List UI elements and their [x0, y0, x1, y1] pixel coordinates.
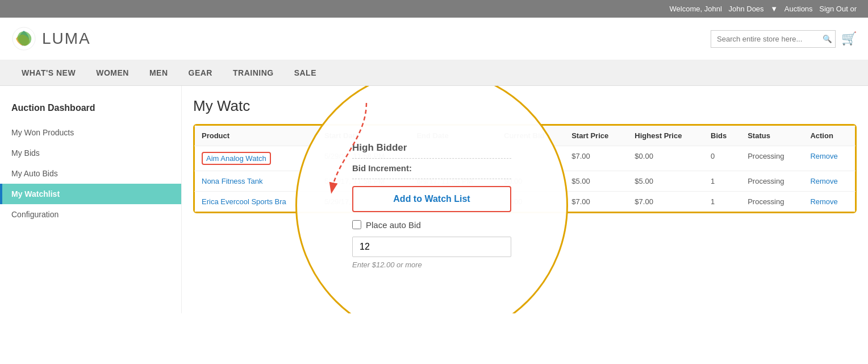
- bid-hint: Enter $12.00 or more: [352, 260, 511, 269]
- current-bid-1: $0.00: [497, 171, 565, 192]
- end-date-1: 6/9/17, 11:58 PM: [410, 171, 497, 192]
- col-product: Product: [195, 126, 318, 146]
- end-date-2: 6/8/17, 11:58 PM: [410, 192, 497, 212]
- highest-price-0: $0.00: [628, 146, 704, 171]
- chevron-down-icon: ▼: [770, 5, 778, 13]
- bid-input[interactable]: [352, 237, 511, 257]
- col-bids: Bids: [704, 126, 741, 146]
- start-price-1: $5.00: [565, 171, 628, 192]
- user-dropdown[interactable]: John Does: [728, 5, 763, 13]
- end-date-0: [410, 146, 497, 171]
- signout-link[interactable]: Sign Out or: [819, 5, 857, 13]
- search-input[interactable]: [711, 30, 836, 48]
- status-1: Processing: [741, 171, 803, 192]
- highest-price-1: $5.00: [628, 171, 704, 192]
- logo-area: LUMA: [11, 26, 91, 51]
- nav-item-gear[interactable]: Gear: [178, 60, 223, 85]
- col-current-bid: Current Bid: [497, 126, 565, 146]
- nav-bar: What's New Women Men Gear Training Sale: [0, 60, 868, 86]
- sidebar-item-configuration[interactable]: Configuration: [0, 204, 181, 225]
- sidebar-item-watchlist[interactable]: My Watchlist: [0, 184, 181, 204]
- highest-price-2: $7.00: [628, 192, 704, 212]
- sidebar-item-bids[interactable]: My Bids: [0, 143, 181, 163]
- nav-item-women[interactable]: Women: [86, 60, 139, 85]
- remove-1[interactable]: Remove: [810, 177, 837, 185]
- table-wrapper: Product Start Date End Date Current Bid …: [193, 124, 857, 213]
- start-date-2: 5/29/17, 11:58 PM: [318, 192, 410, 212]
- table-row: Erica Evercool Sports Bra 5/29/17, 11:58…: [195, 192, 856, 212]
- current-bid-0: [497, 146, 565, 171]
- bids-0: 0: [704, 146, 741, 171]
- logo-text: LUMA: [42, 30, 91, 48]
- product-link-0[interactable]: Aim Analog Watch: [202, 152, 271, 165]
- nav-item-sale[interactable]: Sale: [284, 60, 327, 85]
- col-status: Status: [741, 126, 803, 146]
- remove-0[interactable]: Remove: [810, 152, 837, 160]
- header: LUMA 🔍 🛒: [0, 18, 868, 60]
- sidebar-item-auto-bids[interactable]: My Auto Bids: [0, 163, 181, 184]
- col-start-price: Start Price: [565, 126, 628, 146]
- content-area: My Watc Product Start Date End Date Curr…: [182, 86, 868, 313]
- sidebar-title: Auction Dashboard: [0, 97, 181, 122]
- search-wrapper: 🔍: [711, 30, 836, 48]
- nav-item-training[interactable]: Training: [223, 60, 284, 85]
- table-row: Aim Analog Watch 5/29/17, 11:58 PM $7.00…: [195, 146, 856, 171]
- col-start-date: Start Date: [318, 126, 410, 146]
- status-0: Processing: [741, 146, 803, 171]
- col-highest-price: Highest Price: [628, 126, 704, 146]
- table-row: Nona Fitness Tank 5/29/17, 11:58 PM 6/9/…: [195, 171, 856, 192]
- col-action: Action: [803, 126, 855, 146]
- welcome-text: Welcome, Johnl: [670, 5, 722, 13]
- watch-table: Product Start Date End Date Current Bid …: [194, 125, 856, 212]
- remove-2[interactable]: Remove: [810, 197, 837, 206]
- start-price-0: $7.00: [565, 146, 628, 171]
- auto-bid-label: Place auto Bid: [366, 220, 421, 230]
- current-bid-2: $0.00: [497, 192, 565, 212]
- sidebar: Auction Dashboard My Won Products My Bid…: [0, 86, 182, 313]
- header-right: 🔍 🛒: [711, 30, 857, 48]
- nav-item-whats-new[interactable]: What's New: [11, 60, 86, 85]
- page-title: My Watc: [193, 97, 857, 115]
- start-date-0: 5/29/17, 11:58 PM: [318, 146, 410, 171]
- status-2: Processing: [741, 192, 803, 212]
- start-date-1: 5/29/17, 11:58 PM: [318, 171, 410, 192]
- product-link-2[interactable]: Erica Evercool Sports Bra: [202, 197, 286, 206]
- auto-bid-checkbox[interactable]: [352, 220, 361, 229]
- main-layout: Auction Dashboard My Won Products My Bid…: [0, 86, 868, 313]
- bids-1: 1: [704, 171, 741, 192]
- sidebar-item-won-products[interactable]: My Won Products: [0, 122, 181, 143]
- start-price-2: $7.00: [565, 192, 628, 212]
- auctions-link[interactable]: Auctions: [784, 5, 813, 13]
- place-auto-bid-row: Place auto Bid: [352, 220, 511, 230]
- cart-icon[interactable]: 🛒: [841, 31, 857, 46]
- bids-2: 1: [704, 192, 741, 212]
- search-button[interactable]: 🔍: [823, 35, 832, 43]
- nav-item-men[interactable]: Men: [139, 60, 178, 85]
- product-link-1[interactable]: Nona Fitness Tank: [202, 177, 262, 185]
- logo-icon: [11, 26, 36, 51]
- top-bar: Welcome, Johnl John Does ▼ Auctions Sign…: [0, 0, 868, 18]
- col-end-date: End Date: [410, 126, 497, 146]
